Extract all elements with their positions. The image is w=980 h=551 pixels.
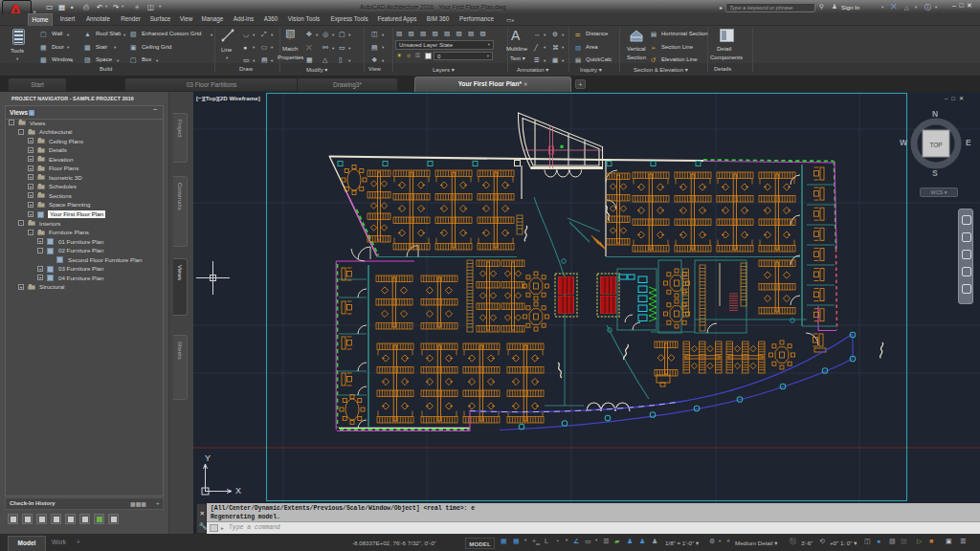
svg-text:TOP: TOP: [929, 142, 942, 148]
svg-text:X: X: [235, 486, 241, 496]
svg-text:Y: Y: [205, 453, 211, 463]
